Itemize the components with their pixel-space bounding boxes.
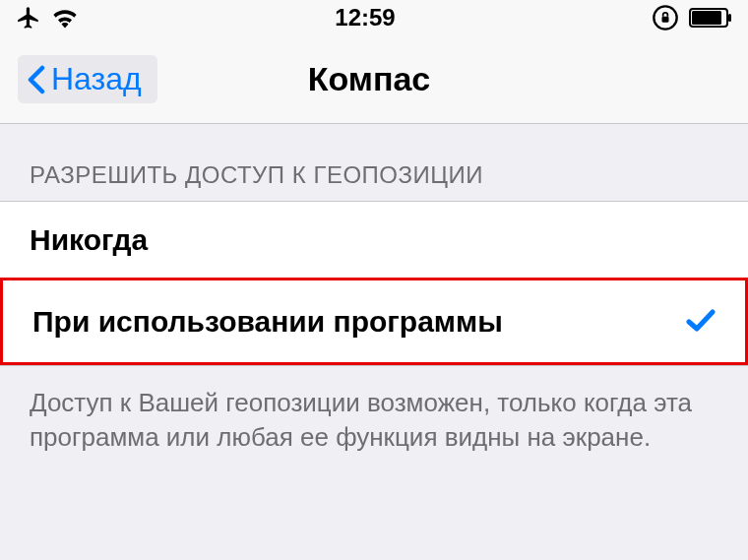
back-label: Назад xyxy=(51,61,142,97)
status-right xyxy=(652,4,732,31)
svg-rect-3 xyxy=(692,11,721,25)
airplane-icon xyxy=(16,5,41,31)
wifi-icon xyxy=(51,7,79,29)
status-bar: 12:59 xyxy=(0,0,748,35)
svg-rect-1 xyxy=(661,17,668,23)
section-footer: Доступ к Вашей геопозиции возможен, толь… xyxy=(0,366,748,474)
status-time: 12:59 xyxy=(335,4,395,31)
back-button[interactable]: Назад xyxy=(18,55,157,103)
option-never[interactable]: Никогда xyxy=(0,202,748,279)
nav-title: Компас xyxy=(308,60,431,98)
status-left xyxy=(16,5,79,31)
nav-bar: Назад Компас xyxy=(0,35,748,124)
option-label: Никогда xyxy=(30,223,148,257)
checkmark-icon xyxy=(686,302,716,341)
orientation-lock-icon xyxy=(652,4,679,31)
option-while-using[interactable]: При использовании программы xyxy=(0,278,748,365)
option-label: При использовании программы xyxy=(32,305,503,339)
battery-icon xyxy=(689,8,732,28)
svg-rect-4 xyxy=(728,14,731,22)
section-header: РАЗРЕШИТЬ ДОСТУП К ГЕОПОЗИЦИИ xyxy=(0,124,748,201)
options-table: Никогда При использовании программы xyxy=(0,201,748,366)
chevron-left-icon xyxy=(28,65,45,94)
